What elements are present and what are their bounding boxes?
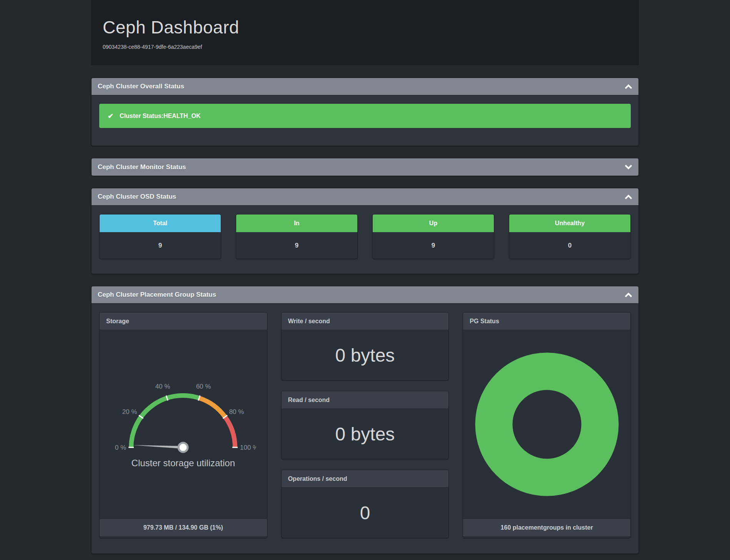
check-icon: ✔ xyxy=(108,113,113,120)
gauge-caption: Cluster storage utilization xyxy=(132,458,235,469)
metric-column: Write / second 0 bytes Read / second 0 b… xyxy=(281,312,449,538)
osd-card-up: Up 9 xyxy=(372,214,494,259)
read-per-second-header: Read / second xyxy=(282,391,449,409)
write-per-second-value: 0 bytes xyxy=(282,330,449,380)
panel-osd-status-heading[interactable]: Ceph Cluster OSD Status xyxy=(92,188,638,206)
osd-card-up-value: 9 xyxy=(373,232,494,259)
panel-pg-status: Ceph Cluster Placement Group Status Stor… xyxy=(91,286,639,554)
page-title: Ceph Dashboard xyxy=(103,17,627,38)
osd-card-total-header: Total xyxy=(100,214,221,232)
storage-gauge-chart: 0 % 20 % 40 % 60 % 80 % 100 % xyxy=(110,380,256,457)
write-per-second-card: Write / second 0 bytes xyxy=(281,312,449,381)
gauge-label-0: 0 % xyxy=(115,444,126,451)
pg-status-card: PG Status 160 placementgroups in cluster xyxy=(463,312,631,538)
panel-overall-status-body: ✔ Cluster Status:HEALTH_OK xyxy=(92,95,638,146)
storage-card-header: Storage xyxy=(100,312,267,330)
panel-osd-status-body: Total 9 In 9 Up 9 Unhealthy 0 xyxy=(92,206,638,274)
gauge-arc-orange xyxy=(199,398,225,417)
gauge-label-20: 20 % xyxy=(122,408,137,415)
storage-card: Storage xyxy=(99,312,267,538)
chevron-up-icon[interactable] xyxy=(625,292,632,297)
chevron-down-icon[interactable] xyxy=(625,165,632,169)
operations-per-second-value: 0 xyxy=(282,488,449,538)
panel-overall-status-heading[interactable]: Ceph Cluster Overall Status xyxy=(92,78,638,95)
gauge-arc-green xyxy=(131,395,199,447)
operations-per-second-header: Operations / second xyxy=(282,470,449,488)
pg-status-card-footer: 160 placementgroups in cluster xyxy=(463,518,630,536)
chevron-up-icon[interactable] xyxy=(625,84,632,89)
gauge-label-40: 40 % xyxy=(155,383,170,390)
pg-status-chart-body xyxy=(463,330,630,518)
dashboard-container: Ceph Dashboard 09034238-ce88-4917-9dfe-6… xyxy=(91,0,639,554)
operations-per-second-card: Operations / second 0 xyxy=(281,470,449,538)
panel-osd-status: Ceph Cluster OSD Status Total 9 In 9 Up … xyxy=(91,188,639,274)
panel-monitor-status-title: Ceph Cluster Monitor Status xyxy=(98,163,186,171)
panel-monitor-status: Ceph Cluster Monitor Status xyxy=(91,158,639,176)
gauge-label-80: 80 % xyxy=(229,408,244,415)
dashboard-header: Ceph Dashboard 09034238-ce88-4917-9dfe-6… xyxy=(91,0,639,65)
panel-pg-status-title: Ceph Cluster Placement Group Status xyxy=(98,291,216,299)
osd-card-up-header: Up xyxy=(373,214,494,232)
pg-status-donut-chart xyxy=(472,349,622,499)
write-per-second-header: Write / second xyxy=(282,312,449,330)
osd-stat-row: Total 9 In 9 Up 9 Unhealthy 0 xyxy=(99,214,631,259)
donut-ring-green xyxy=(494,371,600,477)
osd-card-in-value: 9 xyxy=(236,232,357,259)
storage-gauge-body: 0 % 20 % 40 % 60 % 80 % 100 % Cluster st… xyxy=(100,330,267,518)
panel-overall-status: Ceph Cluster Overall Status ✔ Cluster St… xyxy=(91,78,639,146)
chevron-up-icon[interactable] xyxy=(625,194,632,199)
osd-card-total: Total 9 xyxy=(99,214,221,259)
cluster-health-alert: ✔ Cluster Status:HEALTH_OK xyxy=(99,104,631,128)
osd-card-unhealthy-header: Unhealthy xyxy=(509,214,630,232)
panel-pg-status-heading[interactable]: Ceph Cluster Placement Group Status xyxy=(92,286,638,304)
storage-card-footer: 979.73 MB / 134.90 GB (1%) xyxy=(100,518,267,536)
gauge-needle-hub xyxy=(178,443,188,452)
pg-grid: Storage xyxy=(99,312,631,538)
read-per-second-value: 0 bytes xyxy=(282,409,449,459)
read-per-second-card: Read / second 0 bytes xyxy=(281,391,449,459)
panel-osd-status-title: Ceph Cluster OSD Status xyxy=(98,193,176,201)
osd-card-in-header: In xyxy=(236,214,357,232)
gauge-label-100: 100 % xyxy=(240,444,256,451)
osd-card-total-value: 9 xyxy=(100,232,221,259)
osd-card-in: In 9 xyxy=(236,214,358,259)
gauge-arc-red xyxy=(225,417,235,447)
gauge-needle xyxy=(132,445,183,449)
osd-card-unhealthy: Unhealthy 0 xyxy=(509,214,631,259)
cluster-health-text: Cluster Status:HEALTH_OK xyxy=(120,113,200,120)
osd-card-unhealthy-value: 0 xyxy=(509,232,630,259)
gauge-label-60: 60 % xyxy=(196,383,211,390)
panel-overall-status-title: Ceph Cluster Overall Status xyxy=(98,83,184,90)
cluster-id: 09034238-ce88-4917-9dfe-6a223aeca9ef xyxy=(103,44,627,50)
panel-pg-status-body: Storage xyxy=(92,304,638,553)
panel-monitor-status-heading[interactable]: Ceph Cluster Monitor Status xyxy=(92,158,638,176)
pg-status-card-header: PG Status xyxy=(463,312,630,330)
